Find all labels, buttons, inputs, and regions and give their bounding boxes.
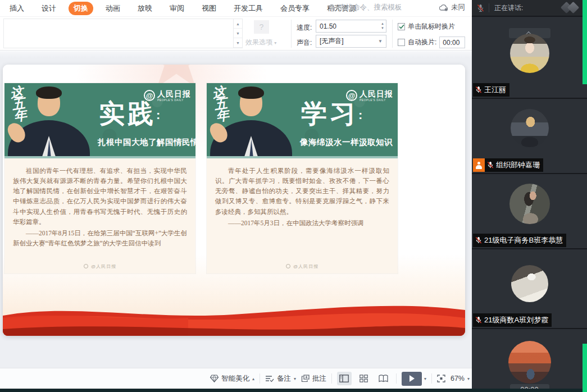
tab-design[interactable]: 设计 <box>37 2 61 15</box>
speed-input[interactable]: 01.50 ▲▼ <box>316 20 386 33</box>
gallery-expand-icon[interactable]: ▼ <box>234 38 242 48</box>
meeting-panel: 正在讲话: 王江丽 <box>472 0 587 392</box>
tab-review[interactable]: 审阅 <box>165 2 189 15</box>
sound-label: 声音: <box>297 38 312 48</box>
gallery-up-icon[interactable]: ▲ <box>234 19 242 29</box>
avatar <box>511 265 548 302</box>
poster-image-practice[interactable]: 这五年 实践: 扎根中国大地了解国情民情 @ 人民日报 PEOPLE'S DAI… <box>4 83 195 274</box>
status-bar: 智能美化 ▴ 备注 ▾ 批注 <box>0 368 472 389</box>
avatar <box>508 341 551 384</box>
red-ribbon-decoration <box>3 301 465 336</box>
play-icon <box>409 375 415 382</box>
reading-view-button[interactable] <box>376 372 391 385</box>
notes-icon <box>265 375 274 382</box>
participant-tile[interactable]: 王江丽 <box>472 17 587 98</box>
at-icon: @ <box>144 90 155 101</box>
tab-view[interactable]: 视图 <box>197 2 221 15</box>
speed-value: 01.50 <box>320 22 336 30</box>
grid-view-icon <box>360 375 368 382</box>
avatar <box>511 109 549 147</box>
tab-member[interactable]: 会员专享 <box>275 2 315 15</box>
comment-icon <box>301 375 310 382</box>
avatar <box>509 184 550 224</box>
auto-advance-checkbox[interactable] <box>398 39 405 46</box>
gallery-scroll: ▲ ▼ ▼ <box>234 19 243 48</box>
mic-muted-icon <box>475 236 482 244</box>
notes-label: 备注 <box>277 374 291 384</box>
presentation-app: 插入 设计 切换 动画 放映 审阅 视图 开发工具 会员专享 稻壳资源 查找命令… <box>0 0 472 392</box>
advance-on-click-checkbox[interactable] <box>398 23 405 30</box>
gallery-down-icon[interactable]: ▼ <box>234 29 242 38</box>
divider <box>331 373 332 384</box>
sound-dropdown[interactable]: [无声音] ▼ <box>316 35 386 48</box>
poster-image-study[interactable]: 这五年 学习: 像海绵汲水一样汲取知识 @ 人民日报 PEOPLE'S DAIL… <box>207 83 398 274</box>
divider <box>396 373 397 384</box>
participant-name-label: 王江丽 <box>473 83 509 97</box>
slide-workspace: 这五年 实践: 扎根中国大地了解国情民情 @ 人民日报 PEOPLE'S DAI… <box>0 51 472 368</box>
chevron-down-icon: ▾ <box>274 40 276 45</box>
transition-gallery[interactable] <box>3 19 234 48</box>
fit-window-icon <box>437 375 445 382</box>
comment-button[interactable]: 批注 <box>301 374 326 384</box>
divider <box>431 373 432 384</box>
advance-on-click-row: 单击鼠标时换片 <box>398 22 455 31</box>
sync-label: 未同 <box>451 3 465 12</box>
cloud-icon <box>439 4 449 11</box>
tab-developer[interactable]: 开发工具 <box>229 2 268 15</box>
mic-muted-icon <box>475 316 482 324</box>
check-icon <box>399 24 404 29</box>
participant-tile[interactable]: 组织部钟嘉珊 <box>472 99 587 173</box>
normal-view-button[interactable] <box>337 372 352 385</box>
poster-title: 学习: <box>301 97 362 131</box>
peoples-daily-logo: @ 人民日报 PEOPLE'S DAILY <box>144 90 191 102</box>
chevron-down-icon[interactable]: ▾ <box>424 376 426 381</box>
participant-name: 王江丽 <box>484 85 506 95</box>
smart-beautify-button[interactable]: 智能美化 ▴ <box>210 374 254 384</box>
tab-transitions[interactable]: 切换 <box>69 2 93 15</box>
chevron-up-icon: ▴ <box>252 376 254 381</box>
divider <box>291 20 292 48</box>
participant-tile[interactable]: 00:00 <box>472 329 587 392</box>
slide-sorter-view-button[interactable] <box>357 372 371 385</box>
poster-title: 实践: <box>99 97 160 131</box>
tab-insert[interactable]: 插入 <box>4 2 29 15</box>
effect-options-button[interactable]: 效果选项 ▾ <box>245 38 276 47</box>
poster-body-text: 祖国的青年一代有理想、有追求、有担当，实现中华民族伟大复兴就有源源不断的青春力量… <box>4 161 195 248</box>
watermark-icon <box>84 264 88 268</box>
poster-watermark: @人民日报 <box>4 263 195 270</box>
chevron-down-icon: ▾ <box>294 376 296 381</box>
participant-name: 组织部钟嘉珊 <box>496 160 540 170</box>
watermark-icon <box>286 264 290 268</box>
cloud-sync-status[interactable]: 未同 <box>439 3 465 12</box>
chevron-down-icon: ▾ <box>467 376 470 381</box>
command-search[interactable]: 查找命令、搜索模板 <box>329 3 402 12</box>
meeting-header: 正在讲话: <box>472 0 587 16</box>
tab-slideshow[interactable]: 放映 <box>133 2 157 15</box>
notes-button[interactable]: 备注 ▾ <box>265 374 296 384</box>
transitions-ribbon: ▲ ▼ ▼ ? 效果选项 ▾ 速度: 01.50 ▲▼ 声音: [无声音] ▼ … <box>0 16 472 51</box>
meeting-app-logo <box>561 2 585 14</box>
zoom-value: 67% <box>451 375 465 382</box>
divider <box>489 3 489 12</box>
host-badge <box>473 158 485 172</box>
background-window-edge-top <box>583 0 587 84</box>
slide-canvas[interactable]: 这五年 实践: 扎根中国大地了解国情民情 @ 人民日报 PEOPLE'S DAI… <box>3 65 465 336</box>
effect-options-icon[interactable]: ? <box>254 20 269 34</box>
advance-on-click-label: 单击鼠标时换片 <box>408 22 455 31</box>
zoom-level-dropdown[interactable]: 67% ▾ <box>451 375 470 382</box>
fit-to-window-button[interactable] <box>437 375 445 382</box>
mic-muted-icon <box>487 161 494 169</box>
participant-tile[interactable]: 21级商数A班刘梦霞 <box>472 249 587 328</box>
participant-tile[interactable]: 21级电子商务B班李恭慧 <box>472 174 587 248</box>
background-window-edge-bottom <box>583 344 587 392</box>
comment-label: 批注 <box>312 374 326 384</box>
poster-header: 这五年 学习: 像海绵汲水一样汲取知识 @ 人民日报 PEOPLE'S DAIL… <box>207 83 398 158</box>
beautify-gem-icon <box>210 375 219 382</box>
play-slideshow-button[interactable] <box>402 372 422 386</box>
auto-advance-time-input[interactable]: 00:00 <box>439 37 465 48</box>
reading-view-icon <box>379 375 388 382</box>
chevron-down-icon: ▼ <box>378 39 383 44</box>
spinner-arrows-icon[interactable]: ▲▼ <box>381 21 384 30</box>
tab-animation[interactable]: 动画 <box>101 2 125 15</box>
menu-bar: 插入 设计 切换 动画 放映 审阅 视图 开发工具 会员专享 稻壳资源 查找命令… <box>0 0 472 16</box>
